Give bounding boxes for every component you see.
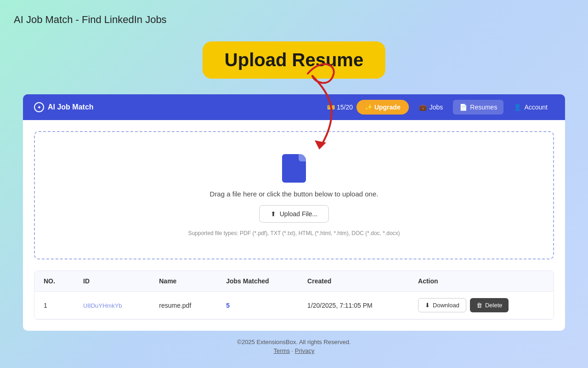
upload-file-button[interactable]: ⬆ Upload File... — [259, 205, 329, 223]
usage-count: 15/20 — [337, 104, 353, 111]
col-name: Name — [150, 271, 217, 292]
footer: ©2025 ExtensionsBox. All rights Reserved… — [0, 339, 588, 354]
col-created: Created — [298, 271, 409, 292]
table-row: 1 U8DuYHmkYb resume.pdf 5 1/20/2025, 7:1… — [34, 292, 554, 319]
download-icon: ⬇ — [425, 302, 430, 309]
delete-button[interactable]: 🗑 Delete — [470, 298, 509, 312]
delete-label: Delete — [485, 302, 503, 309]
upload-arrow-icon: ⬆ — [271, 210, 276, 218]
brand-label: AI Job Match — [48, 103, 94, 111]
col-action: Action — [409, 271, 554, 292]
jobs-label: Jobs — [430, 104, 443, 111]
supported-file-types: Supported file types: PDF (*.pdf), TXT (… — [188, 230, 400, 236]
row-created: 1/20/2025, 7:11:05 PM — [298, 292, 409, 319]
usage-icon: 🎫 — [327, 104, 335, 111]
jobs-count-value[interactable]: 5 — [226, 302, 230, 309]
terms-link[interactable]: Terms — [274, 347, 290, 354]
footer-copyright: ©2025 ExtensionsBox. All rights Reserved… — [0, 339, 588, 345]
navbar-right: 🎫 15/20 ✨ Upgrade 💼 Jobs 📄 Resumes 👤 Acc… — [327, 100, 554, 115]
page-title: AI Job Match - Find LinkedIn Jobs — [14, 14, 167, 26]
row-name: resume.pdf — [150, 292, 217, 319]
row-no: 1 — [34, 292, 74, 319]
upgrade-button[interactable]: ✨ Upgrade — [356, 100, 409, 115]
resumes-icon: 📄 — [459, 104, 467, 111]
action-buttons: ⬇ Download 🗑 Delete — [418, 298, 544, 312]
main-content: Drag a file here or click the button bel… — [23, 120, 565, 331]
download-button[interactable]: ⬇ Download — [418, 298, 466, 312]
footer-separator: · — [292, 347, 295, 354]
footer-links: Terms · Privacy — [0, 347, 588, 354]
row-jobs-matched: 5 — [217, 292, 298, 319]
account-icon: 👤 — [514, 104, 521, 111]
drop-zone[interactable]: Drag a file here or click the button bel… — [34, 131, 554, 259]
privacy-link[interactable]: Privacy — [295, 347, 315, 354]
table-header-row: NO. ID Name Jobs Matched Created Action — [34, 271, 554, 292]
jobs-icon: 💼 — [419, 104, 427, 111]
navbar-brand[interactable]: ✦ AI Job Match — [34, 102, 94, 112]
resumes-label: Resumes — [470, 104, 497, 111]
resumes-table: NO. ID Name Jobs Matched Created Action … — [34, 271, 554, 319]
row-actions: ⬇ Download 🗑 Delete — [409, 292, 554, 319]
row-id: U8DuYHmkYb — [74, 292, 150, 319]
delete-icon: 🗑 — [476, 302, 482, 309]
nav-jobs[interactable]: 💼 Jobs — [413, 100, 450, 115]
brand-icon: ✦ — [34, 102, 44, 112]
resumes-table-container: NO. ID Name Jobs Matched Created Action … — [34, 270, 554, 320]
nav-account[interactable]: 👤 Account — [507, 100, 554, 115]
row-id-link[interactable]: U8DuYHmkYb — [83, 302, 122, 309]
account-label: Account — [524, 104, 548, 111]
usage-badge: 🎫 15/20 — [327, 104, 353, 111]
col-jobs: Jobs Matched — [217, 271, 298, 292]
upload-file-label: Upload File... — [280, 210, 317, 218]
col-id: ID — [74, 271, 150, 292]
navbar: ✦ AI Job Match 🎫 15/20 ✨ Upgrade 💼 Jobs … — [23, 94, 565, 120]
file-icon — [282, 154, 306, 183]
nav-resumes[interactable]: 📄 Resumes — [453, 100, 503, 115]
col-no: NO. — [34, 271, 74, 292]
drop-instruction: Drag a file here or click the button bel… — [210, 190, 379, 198]
download-label: Download — [433, 302, 459, 309]
upload-resume-cta: Upload Resume — [203, 41, 385, 79]
